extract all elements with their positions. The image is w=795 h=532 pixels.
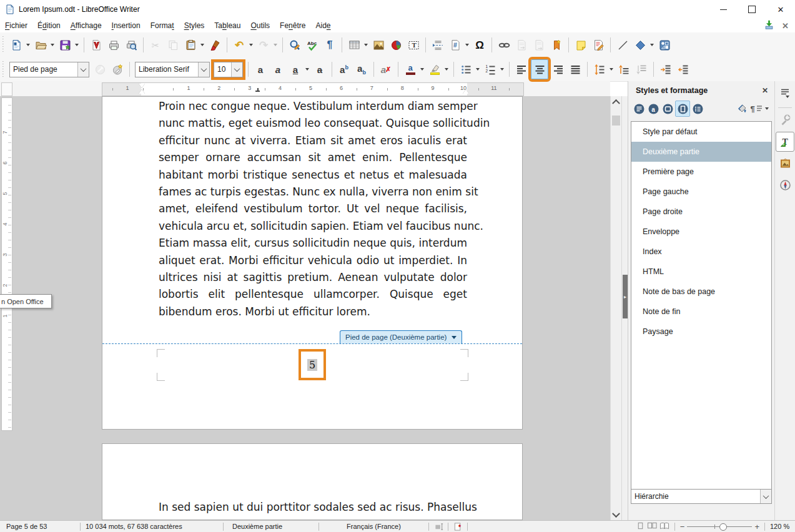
maximize-button[interactable]	[738, 0, 766, 19]
scroll-down-button[interactable]	[611, 510, 621, 520]
undo-dropdown[interactable]	[248, 36, 254, 54]
statusbar-language[interactable]: Français (France)	[319, 521, 428, 532]
menu-fichier[interactable]: Fichier	[0, 19, 32, 32]
close-document-icon[interactable]: ✕	[782, 21, 789, 31]
zoom-in-button[interactable]: +	[754, 522, 759, 531]
sidebar-tab-properties[interactable]	[776, 111, 794, 129]
zoom-slider[interactable]: − +	[680, 522, 759, 531]
insert-line-button[interactable]	[615, 36, 631, 54]
footer-page-number-field[interactable]: 5	[307, 359, 317, 371]
styles-panel-close-icon[interactable]: ✕	[762, 86, 768, 95]
italic-button[interactable]: a	[270, 60, 286, 79]
paragraph-style-combo[interactable]: Pied de page	[9, 62, 89, 77]
draw-functions-button[interactable]	[656, 36, 673, 54]
new-document-dropdown[interactable]	[25, 36, 31, 54]
style-list-item[interactable]: Paysage	[631, 322, 771, 342]
statusbar-word-count[interactable]: 10 034 mots, 67 638 caractères	[81, 521, 223, 532]
align-left-button[interactable]	[513, 60, 530, 79]
menu-aide[interactable]: Aide	[310, 19, 335, 32]
font-size-combo[interactable]: 10	[214, 62, 243, 77]
sidebar-hide-handle[interactable]: ▸	[623, 275, 628, 318]
style-filter-combo[interactable]: Hiérarchie	[631, 489, 772, 504]
numbered-list-button[interactable]: 12	[482, 60, 498, 79]
align-center-button[interactable]	[531, 59, 548, 79]
save-button[interactable]	[57, 36, 73, 54]
paste-button[interactable]	[182, 36, 199, 54]
bold-button[interactable]: a	[252, 60, 269, 79]
insert-table-button[interactable]	[346, 36, 362, 54]
document-page-6[interactable]: In sed sapien ut dui porttitor sodales s…	[102, 443, 523, 520]
style-list-item[interactable]: Page gauche	[631, 182, 771, 202]
spacing-increase-button[interactable]	[616, 60, 632, 79]
sidebar-tab-styles[interactable]: T	[776, 132, 794, 152]
highlight-color-button[interactable]	[427, 60, 443, 79]
print-preview-button[interactable]	[123, 36, 139, 54]
strikethrough-button[interactable]: a	[312, 60, 328, 79]
scroll-up-button[interactable]	[611, 96, 621, 106]
font-color-dropdown[interactable]	[419, 60, 425, 79]
menu-styles[interactable]: Styles	[179, 19, 210, 32]
insert-comment-button[interactable]	[573, 36, 589, 54]
line-spacing-button[interactable]	[591, 60, 608, 79]
font-color-button[interactable]: a	[402, 60, 418, 79]
selection-mode-icon[interactable]	[430, 521, 448, 532]
style-list-item[interactable]: Page droite	[631, 202, 771, 222]
line-spacing-dropdown[interactable]	[608, 60, 615, 79]
left-indent-marker[interactable]	[139, 84, 145, 88]
basic-shapes-dropdown[interactable]	[649, 36, 655, 54]
style-list-item[interactable]: Note de bas de page	[631, 282, 771, 302]
toolbar-grip[interactable]	[1, 36, 6, 54]
paragraph-style-dropdown-button[interactable]	[77, 62, 89, 77]
paragraph-styles-button[interactable]	[632, 101, 646, 116]
new-style-button[interactable]	[109, 60, 126, 79]
insert-image-button[interactable]	[370, 36, 387, 54]
document-page-5[interactable]: Proin nec congue neque. Vestibulum inter…	[102, 96, 523, 430]
spelling-button[interactable]: Abc	[304, 36, 320, 54]
page-styles-button[interactable]	[675, 101, 690, 117]
list-styles-button[interactable]	[691, 101, 704, 116]
save-dropdown[interactable]	[74, 36, 80, 54]
view-book-icon[interactable]	[659, 521, 669, 532]
menu-format[interactable]: Format	[146, 19, 179, 32]
redo-dropdown[interactable]	[272, 36, 279, 54]
insert-field-dropdown[interactable]	[464, 36, 470, 54]
copy-button[interactable]	[165, 36, 181, 54]
spacing-decrease-button[interactable]	[633, 60, 649, 79]
indent-increase-button[interactable]	[658, 60, 674, 79]
font-name-combo[interactable]: Liberation Serif	[135, 62, 210, 77]
font-size-dropdown-button[interactable]	[231, 62, 242, 77]
special-character-button[interactable]: Ω	[472, 36, 488, 54]
cut-button[interactable]: ✂	[147, 36, 164, 54]
tab-stop-marker[interactable]	[257, 88, 259, 92]
find-replace-button[interactable]	[287, 36, 303, 54]
insert-chart-button[interactable]	[388, 36, 404, 54]
zoom-out-button[interactable]: −	[680, 522, 685, 531]
insert-textbox-button[interactable]: T	[405, 36, 422, 54]
clone-formatting-button[interactable]	[207, 36, 223, 54]
open-button[interactable]	[32, 36, 49, 54]
superscript-button[interactable]: ab	[336, 60, 352, 79]
insert-bookmark-button[interactable]	[548, 36, 565, 54]
numbered-list-dropdown[interactable]	[499, 60, 505, 79]
minimize-button[interactable]	[709, 0, 738, 19]
indent-decrease-button[interactable]	[675, 60, 691, 79]
zoom-slider-track[interactable]	[687, 526, 752, 527]
menu-fenetre[interactable]: Fenêtre	[275, 19, 310, 32]
fill-format-mode-button[interactable]	[735, 101, 749, 116]
formatting-marks-button[interactable]: ¶	[322, 36, 338, 54]
new-document-button[interactable]	[8, 36, 24, 54]
close-button[interactable]: ✕	[766, 0, 795, 19]
style-list-item[interactable]: Note de fin	[631, 302, 771, 322]
font-name-dropdown-button[interactable]	[198, 62, 209, 77]
clear-formatting-button[interactable]: a✗	[378, 60, 394, 79]
right-indent-marker[interactable]	[463, 89, 469, 94]
highlight-color-dropdown[interactable]	[443, 60, 450, 79]
undo-button[interactable]: ↶	[231, 36, 247, 54]
basic-shapes-button[interactable]	[632, 36, 648, 54]
update-style-button[interactable]	[92, 60, 108, 79]
insert-field-button[interactable]: #	[447, 36, 463, 54]
sidebar-tab-gallery[interactable]	[776, 154, 794, 173]
menu-affichage[interactable]: Affichage	[66, 19, 107, 32]
align-right-button[interactable]	[550, 60, 566, 79]
zoom-slider-thumb[interactable]	[719, 523, 727, 531]
